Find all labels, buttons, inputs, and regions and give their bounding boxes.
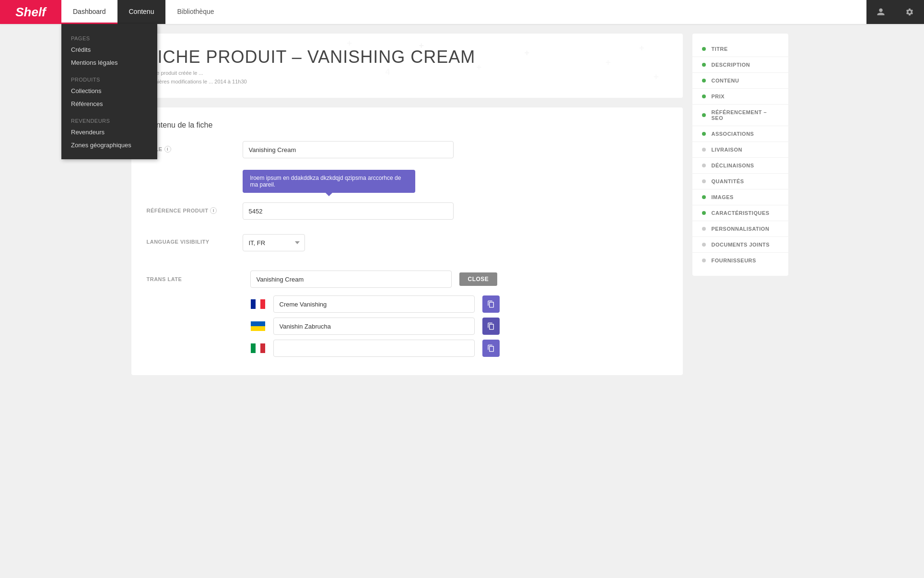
sidebar-dot-livraison [702, 148, 706, 152]
svg-rect-6 [256, 343, 260, 353]
sidebar-dot-documents [702, 243, 706, 247]
dropdown-item-zones[interactable]: Zones géographiques [61, 139, 157, 152]
tooltip-text: lroem ipsum en ddakddkza dkzkdqjd qzipsm… [250, 175, 401, 188]
sidebar-dot-fournisseurs [702, 259, 706, 262]
sidebar-label-associations: ASSOCIATIONS [712, 131, 754, 137]
sidebar-dot-associations [702, 132, 706, 136]
dropdown-section-pages: Pages [61, 32, 157, 43]
sidebar-item-livraison[interactable]: LIVRAISON [692, 142, 788, 158]
copy-icon-it [487, 344, 495, 352]
sidebar-dot-referencement [702, 113, 706, 117]
select-language[interactable]: IT, FR EN FR IT DE [243, 234, 305, 251]
label-trans: TRANS LATE [147, 276, 243, 282]
sidebar-label-description: DESCRIPTION [712, 62, 750, 68]
sidebar-item-referencement[interactable]: RÉFÉRENCEMENT – SEO [692, 105, 788, 126]
info-icon-title[interactable]: i [164, 146, 171, 153]
svg-rect-5 [251, 343, 256, 353]
tooltip-wrapper: lroem ipsum en ddakddkza dkzkdqjd qzipsm… [243, 170, 667, 193]
content-section-title: Contenu de la fiche [147, 121, 667, 130]
sidebar-item-description[interactable]: DESCRIPTION [692, 57, 788, 73]
sidebar-card: TITRE DESCRIPTION CONTENU PRIX RÉFÉRENCE… [692, 34, 788, 276]
sidebar-item-images[interactable]: IMAGES [692, 189, 788, 205]
close-button[interactable]: CLOSE [459, 272, 498, 286]
sidebar-item-prix[interactable]: PRIX [692, 89, 788, 105]
input-lang-fr[interactable] [273, 295, 475, 313]
topnav: Shelf Dashboard Contenu Bibliothèque [0, 0, 924, 24]
trans-header: TRANS LATE CLOSE [147, 271, 667, 288]
lang-row-ua [147, 318, 667, 335]
sidebar-label-fournisseurs: FOURNISSEURS [712, 258, 756, 263]
sidebar-label-documents: DOCUMENTS JOINTS [712, 242, 770, 248]
settings-button[interactable] [895, 0, 924, 24]
sidebar-label-referencement: RÉFÉRENCEMENT – SEO [712, 109, 779, 121]
sidebar-label-livraison: LIVRAISON [712, 147, 742, 153]
copy-icon-fr [487, 300, 495, 308]
sidebar-label-declinaisons: DÉCLINAISONS [712, 163, 754, 168]
dropdown-item-credits[interactable]: Crédits [61, 43, 157, 56]
input-title[interactable] [243, 141, 454, 158]
sidebar-dot-declinaisons [702, 164, 706, 167]
sidebar-dot-personnalisation [702, 227, 706, 231]
sidebar-dot-contenu [702, 79, 706, 83]
dropdown-section-revendeurs: Revendeurs [61, 114, 157, 126]
sidebar-dot-quantites [702, 179, 706, 183]
logo[interactable]: Shelf [0, 0, 61, 24]
input-lang-it[interactable] [273, 340, 475, 357]
sidebar-item-caracteristiques[interactable]: CARACTÉRISTIQUES [692, 205, 788, 221]
flag-fr [250, 299, 266, 309]
sidebar-label-contenu: CONTENU [712, 78, 739, 83]
flag-ua [250, 321, 266, 331]
main-content: + + + + 4 + + + FICHE PRODUIT – VANISHIN… [131, 34, 683, 375]
input-reference[interactable] [243, 202, 454, 220]
sidebar-item-contenu[interactable]: CONTENU [692, 73, 788, 89]
sidebar-dot-titre [702, 47, 706, 51]
topnav-right [866, 0, 924, 24]
tab-bibliotheque[interactable]: Bibliothèque [165, 0, 225, 24]
product-meta-created: Fiche produit créée le ... [147, 70, 667, 76]
dropdown-item-revendeurs[interactable]: Revendeurs [61, 126, 157, 139]
input-trans[interactable] [250, 271, 452, 288]
user-button[interactable] [866, 0, 895, 24]
sidebar-label-images: IMAGES [712, 194, 734, 200]
copy-icon-ua [487, 322, 495, 330]
sidebar-item-quantites[interactable]: QUANTITÉS [692, 174, 788, 189]
sidebar-item-titre[interactable]: TITRE [692, 41, 788, 57]
sidebar-item-associations[interactable]: ASSOCIATIONS [692, 126, 788, 142]
sidebar-item-fournisseurs[interactable]: FOURNISSEURS [692, 253, 788, 268]
dropdown-item-references[interactable]: Références [61, 97, 157, 110]
sidebar-label-titre: TITRE [712, 46, 728, 52]
svg-rect-3 [251, 321, 265, 326]
dropdown-item-mentions[interactable]: Mentions légales [61, 56, 157, 69]
gear-icon [905, 8, 914, 16]
info-icon-reference[interactable]: i [210, 207, 217, 214]
form-group-reference: RÉFÉRENCE PRODUIT i [147, 202, 667, 220]
dropdown-menu: Pages Crédits Mentions légales Produits … [61, 24, 157, 159]
svg-rect-2 [260, 299, 265, 309]
tab-dashboard[interactable]: Dashboard [61, 0, 117, 24]
tab-contenu[interactable]: Contenu [117, 0, 166, 24]
sidebar-item-declinaisons[interactable]: DÉCLINAISONS [692, 158, 788, 174]
sidebar: TITRE DESCRIPTION CONTENU PRIX RÉFÉRENCE… [692, 34, 788, 375]
content-card: Contenu de la fiche TITLE i lroem ipsum … [131, 107, 683, 375]
dropdown-item-collections[interactable]: Collections [61, 84, 157, 97]
copy-button-ua[interactable] [482, 318, 500, 335]
form-group-language: LANGUAGE VISIBILITY IT, FR EN FR IT DE [147, 234, 667, 251]
lang-row-fr [147, 295, 667, 313]
svg-rect-7 [260, 343, 265, 353]
lang-row-it [147, 340, 667, 357]
sidebar-item-personnalisation[interactable]: PERSONNALISATION [692, 221, 788, 237]
tooltip-arrow [325, 189, 332, 196]
input-lang-ua[interactable] [273, 318, 475, 335]
page-title: FICHE PRODUIT – VANISHING CREAM [147, 47, 667, 67]
svg-rect-0 [251, 299, 256, 309]
sidebar-dot-caracteristiques [702, 211, 706, 215]
sidebar-item-documents[interactable]: DOCUMENTS JOINTS [692, 237, 788, 253]
sidebar-label-quantites: QUANTITÉS [712, 178, 744, 184]
copy-button-it[interactable] [482, 340, 500, 357]
topnav-tabs: Dashboard Contenu Bibliothèque [61, 0, 866, 24]
product-meta-modified: Dernières modifications le ... 2014 à 11… [147, 79, 667, 84]
label-title: TITLE i [147, 141, 243, 153]
copy-button-fr[interactable] [482, 295, 500, 313]
sidebar-label-prix: PRIX [712, 94, 725, 99]
tooltip-box: lroem ipsum en ddakddkza dkzkdqjd qzipsm… [243, 170, 415, 193]
